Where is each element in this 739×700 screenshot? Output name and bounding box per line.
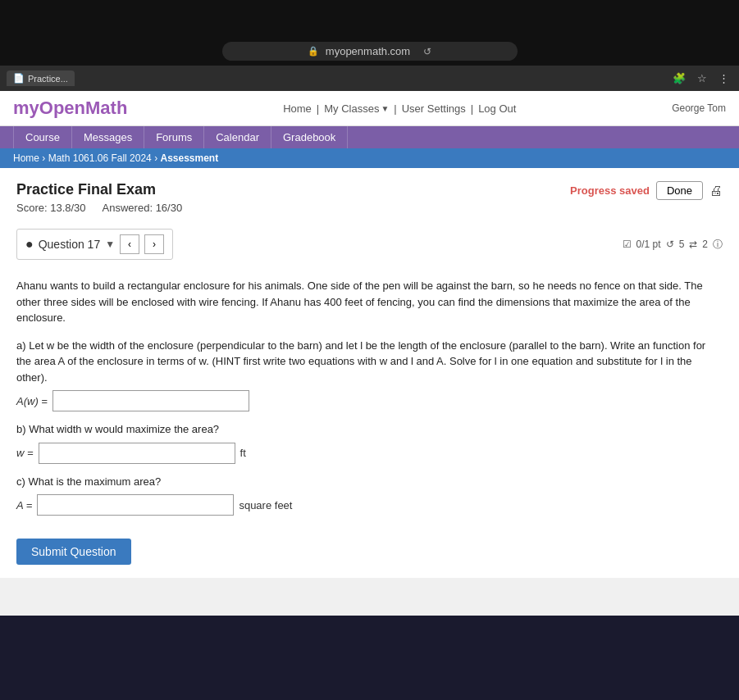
question-dropdown-icon[interactable]: ▼ xyxy=(105,239,115,250)
logo-openmath: OpenMath xyxy=(39,98,128,118)
part-b-unit: ft xyxy=(240,447,246,459)
next-question-button[interactable]: › xyxy=(144,234,164,254)
part-b: b) What width w would maximize the area?… xyxy=(16,421,723,464)
browser-content: myOpenMath Home | My Classes ▼ | User Se… xyxy=(0,91,739,616)
exam-title: Practice Final Exam xyxy=(16,181,182,198)
breadcrumb-current: Assessment xyxy=(160,152,218,164)
info-icon[interactable]: ⓘ xyxy=(713,238,723,252)
question-points: 0/1 pt xyxy=(636,239,661,250)
main-content: Practice Final Exam Score: 13.8/30 Answe… xyxy=(0,168,739,578)
nav-tabs: Course Messages Forums Calendar Gradeboo… xyxy=(0,126,739,148)
nav-my-classes[interactable]: My Classes ▼ xyxy=(324,102,389,115)
question-problem-text: Ahanu wants to build a rectangular enclo… xyxy=(16,278,723,326)
tab-favicon: 📄 xyxy=(13,73,25,84)
part-c-input[interactable] xyxy=(37,494,234,516)
prev-question-button[interactable]: ‹ xyxy=(120,234,139,254)
question-meta: ☑ 0/1 pt ↺ 5 ⇄ 2 ⓘ xyxy=(623,238,723,252)
site-nav: Home | My Classes ▼ | User Settings | Lo… xyxy=(283,102,516,115)
my-classes-dropdown-icon: ▼ xyxy=(381,104,389,113)
browser-icons: 🧩 ☆ ⋮ xyxy=(669,70,732,86)
lock-icon: 🔒 xyxy=(308,46,319,57)
part-c-label: c) What is the maximum area? xyxy=(16,474,723,490)
breadcrumb-course[interactable]: Math 1061.06 Fall 2024 xyxy=(48,152,152,164)
refresh-icon[interactable]: ↺ xyxy=(423,46,431,57)
check-icon: ☑ xyxy=(623,239,632,250)
part-c-input-label: A = xyxy=(16,499,32,511)
part-b-input-label: w = xyxy=(16,447,34,459)
print-icon[interactable]: 🖨 xyxy=(709,184,723,198)
exam-header: Practice Final Exam Score: 13.8/30 Answe… xyxy=(16,181,723,214)
bookmark-icon[interactable]: ☆ xyxy=(694,70,710,86)
site-logo: myOpenMath xyxy=(13,98,127,119)
submit-count: 2 xyxy=(702,239,708,250)
submit-count-icon: ⇄ xyxy=(689,239,697,250)
browser-tab[interactable]: 📄 Practice... xyxy=(7,70,75,86)
browser-toolbar: 📄 Practice... 🧩 ☆ ⋮ xyxy=(0,66,739,91)
breadcrumb: Home › Math 1061.06 Fall 2024 › Assessme… xyxy=(0,148,739,168)
part-c-unit: square feet xyxy=(239,499,292,511)
submit-question-button[interactable]: Submit Question xyxy=(16,539,131,565)
tab-messages[interactable]: Messages xyxy=(72,126,144,148)
question-navigator: ● Question 17 ▼ ‹ › xyxy=(16,229,173,260)
extensions-icon[interactable]: 🧩 xyxy=(669,70,689,86)
part-a-input-row: A(w) = xyxy=(16,390,723,411)
progress-saved-label: Progress saved xyxy=(570,184,650,197)
score-value: 13.8/30 xyxy=(50,202,85,214)
part-c: c) What is the maximum area? A = square … xyxy=(16,474,723,516)
nav-log-out[interactable]: Log Out xyxy=(478,102,516,115)
part-a-input[interactable] xyxy=(52,390,249,411)
question-label: Question 17 xyxy=(39,238,101,251)
url-text: myopenmath.com xyxy=(326,45,410,57)
part-b-input[interactable] xyxy=(39,443,235,464)
nav-user-settings[interactable]: User Settings xyxy=(402,102,466,115)
question-nav-row: ● Question 17 ▼ ‹ › ☑ 0/1 pt ↺ 5 ⇄ 2 ⓘ xyxy=(16,220,723,268)
nav-sep1: | xyxy=(317,102,319,115)
retry-count: 5 xyxy=(679,239,685,250)
breadcrumb-home[interactable]: Home xyxy=(13,152,39,164)
part-b-input-row: w = ft xyxy=(16,443,723,464)
score-label: Score: 13.8/30 xyxy=(16,202,86,214)
exam-score-row: Score: 13.8/30 Answered: 16/30 xyxy=(16,202,182,214)
site-header: myOpenMath Home | My Classes ▼ | User Se… xyxy=(0,91,739,126)
progress-area: Progress saved Done 🖨 xyxy=(570,181,723,200)
nav-sep2: | xyxy=(394,102,396,115)
done-button[interactable]: Done xyxy=(656,181,703,200)
tab-forums[interactable]: Forums xyxy=(144,126,204,148)
logo-my: my xyxy=(13,98,39,118)
part-c-input-row: A = square feet xyxy=(16,494,723,516)
question-bullet: ● xyxy=(25,237,34,252)
breadcrumb-sep1: › xyxy=(42,152,45,164)
part-a-label: a) Let w be the width of the enclosure (… xyxy=(16,338,723,386)
answered-value: 16/30 xyxy=(156,202,183,214)
retry-icon: ↺ xyxy=(666,239,674,250)
part-b-label: b) What width w would maximize the area? xyxy=(16,421,723,438)
tab-label: Practice... xyxy=(28,74,68,84)
user-name: George Tom xyxy=(672,102,726,114)
tab-calendar[interactable]: Calendar xyxy=(204,126,271,148)
menu-icon[interactable]: ⋮ xyxy=(715,70,732,86)
answered-label: Answered: 16/30 xyxy=(103,202,183,214)
nav-home[interactable]: Home xyxy=(283,102,312,115)
breadcrumb-sep2: › xyxy=(154,152,157,164)
tab-course[interactable]: Course xyxy=(13,126,72,148)
part-a: a) Let w be the width of the enclosure (… xyxy=(16,338,723,412)
part-a-input-label: A(w) = xyxy=(16,395,48,407)
address-bar[interactable]: 🔒 myopenmath.com ↺ xyxy=(222,42,518,61)
tab-gradebook[interactable]: Gradebook xyxy=(271,126,348,148)
nav-sep3: | xyxy=(471,102,473,115)
